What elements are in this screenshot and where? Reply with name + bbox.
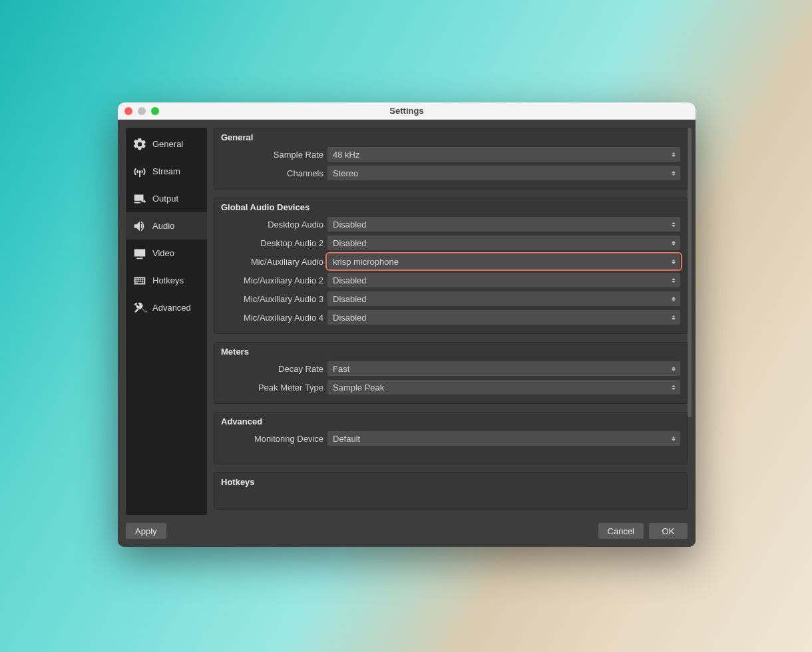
- channels-select[interactable]: Stereo: [327, 166, 680, 180]
- updown-icon: [670, 256, 678, 267]
- desktop-audio-select[interactable]: Disabled: [327, 217, 680, 232]
- sidebar-item-video[interactable]: Video: [126, 240, 207, 267]
- updown-icon: [670, 168, 678, 178]
- select-value: Disabled: [333, 238, 367, 248]
- sidebar-item-label: Output: [152, 194, 178, 204]
- cancel-button[interactable]: Cancel: [598, 523, 644, 539]
- section-global-audio-devices: Global Audio Devices Desktop Audio Disab…: [214, 198, 688, 334]
- keyboard-icon: [131, 273, 148, 288]
- sidebar-item-hotkeys[interactable]: Hotkeys: [126, 267, 207, 294]
- video-icon: [131, 246, 148, 261]
- minimize-window-button[interactable]: [138, 107, 146, 115]
- sample-rate-select[interactable]: 48 kHz: [327, 147, 680, 162]
- updown-icon: [670, 219, 678, 230]
- sidebar-item-label: Advanced: [152, 303, 191, 313]
- monitoring-device-select[interactable]: Default: [327, 431, 680, 446]
- section-title: Meters: [221, 347, 680, 357]
- updown-icon: [670, 382, 678, 393]
- select-value: Disabled: [333, 313, 367, 323]
- apply-button[interactable]: Apply: [126, 523, 166, 539]
- section-hotkeys: Hotkeys: [214, 472, 688, 510]
- close-window-button[interactable]: [124, 107, 132, 115]
- mic-aux-3-label: Mic/Auxiliary Audio 3: [221, 294, 323, 304]
- sidebar-item-advanced[interactable]: Advanced: [126, 294, 207, 321]
- select-value: Sample Peak: [333, 383, 384, 393]
- sidebar-item-audio[interactable]: Audio: [126, 212, 207, 240]
- updown-icon: [670, 238, 678, 248]
- desktop-audio-2-label: Desktop Audio 2: [221, 238, 323, 248]
- settings-sidebar: General Stream Output: [126, 128, 207, 515]
- dialog-footer: Apply Cancel OK: [126, 515, 688, 539]
- select-value: krisp microphone: [333, 257, 399, 267]
- decay-rate-label: Decay Rate: [221, 364, 323, 374]
- mic-aux-2-select[interactable]: Disabled: [327, 273, 680, 287]
- mic-aux-2-label: Mic/Auxiliary Audio 2: [221, 275, 323, 285]
- section-title: Hotkeys: [221, 477, 680, 487]
- select-value: 48 kHz: [333, 150, 359, 160]
- settings-window: Settings General Stream: [118, 102, 696, 547]
- zoom-window-button[interactable]: [151, 107, 159, 115]
- mic-aux-label: Mic/Auxiliary Audio: [221, 257, 323, 267]
- section-advanced: Advanced Monitoring Device Default: [214, 412, 688, 464]
- select-value: Disabled: [333, 275, 367, 285]
- select-value: Default: [333, 434, 360, 444]
- sidebar-item-general[interactable]: General: [126, 130, 207, 158]
- mic-aux-3-select[interactable]: Disabled: [327, 291, 680, 306]
- select-value: Stereo: [333, 168, 358, 178]
- sidebar-item-label: Stream: [152, 166, 180, 176]
- sidebar-item-output[interactable]: Output: [126, 185, 207, 212]
- desktop-audio-label: Desktop Audio: [221, 220, 323, 230]
- sidebar-item-label: Video: [152, 248, 174, 258]
- section-title: Global Audio Devices: [221, 202, 680, 212]
- stream-icon: [131, 164, 148, 179]
- settings-content: General Sample Rate 48 kHz Channels Ster…: [214, 128, 688, 515]
- ok-button[interactable]: OK: [649, 523, 688, 539]
- gear-icon: [131, 137, 148, 152]
- section-title: Advanced: [221, 416, 680, 426]
- sidebar-item-stream[interactable]: Stream: [126, 158, 207, 185]
- mic-aux-select[interactable]: krisp microphone: [327, 254, 680, 269]
- updown-icon: [670, 149, 678, 160]
- titlebar: Settings: [118, 102, 696, 120]
- tools-icon: [131, 301, 148, 315]
- mic-aux-4-label: Mic/Auxiliary Audio 4: [221, 313, 323, 323]
- window-title: Settings: [118, 106, 696, 116]
- sidebar-item-label: Audio: [152, 221, 174, 231]
- monitoring-device-label: Monitoring Device: [221, 434, 323, 444]
- channels-label: Channels: [221, 168, 323, 178]
- select-value: Disabled: [333, 294, 367, 304]
- scrollbar[interactable]: [688, 128, 692, 417]
- mic-aux-4-select[interactable]: Disabled: [327, 310, 680, 325]
- section-general: General Sample Rate 48 kHz Channels Ster…: [214, 128, 688, 190]
- sidebar-item-label: General: [152, 139, 183, 149]
- sidebar-item-label: Hotkeys: [152, 275, 184, 285]
- sample-rate-label: Sample Rate: [221, 150, 323, 160]
- section-meters: Meters Decay Rate Fast Peak Meter Type S…: [214, 342, 688, 404]
- desktop-audio-2-select[interactable]: Disabled: [327, 236, 680, 250]
- updown-icon: [670, 293, 678, 304]
- traffic-lights: [124, 107, 159, 115]
- peak-meter-type-select[interactable]: Sample Peak: [327, 380, 680, 395]
- updown-icon: [670, 312, 678, 323]
- section-title: General: [221, 132, 680, 142]
- updown-icon: [670, 275, 678, 285]
- updown-icon: [670, 363, 678, 374]
- decay-rate-select[interactable]: Fast: [327, 361, 680, 376]
- peak-meter-type-label: Peak Meter Type: [221, 383, 323, 393]
- select-value: Disabled: [333, 220, 367, 230]
- updown-icon: [670, 433, 678, 444]
- output-icon: [131, 192, 148, 206]
- audio-icon: [131, 219, 148, 234]
- select-value: Fast: [333, 364, 349, 374]
